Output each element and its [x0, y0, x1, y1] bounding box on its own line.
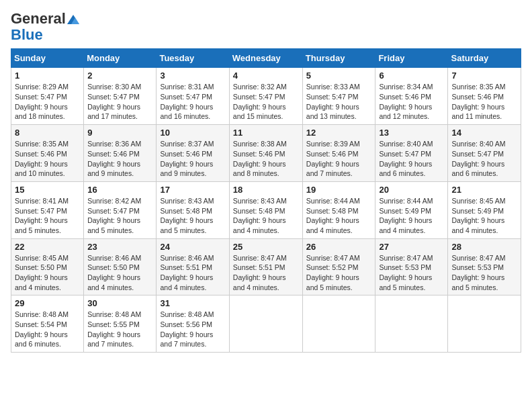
day-number: 22 [15, 242, 80, 252]
day-info: Sunrise: 8:40 AMSunset: 5:47 PMDaylight:… [451, 139, 517, 179]
calendar-week-row: 15 Sunrise: 8:41 AMSunset: 5:47 PMDaylig… [11, 181, 521, 238]
day-header-saturday: Saturday [448, 49, 521, 68]
calendar-cell: 20 Sunrise: 8:44 AMSunset: 5:49 PMDaylig… [375, 181, 448, 238]
day-info: Sunrise: 8:47 AMSunset: 5:53 PMDaylight:… [379, 253, 444, 293]
day-number: 14 [451, 128, 517, 138]
calendar-cell: 8 Sunrise: 8:35 AMSunset: 5:46 PMDayligh… [11, 125, 84, 182]
day-number: 25 [233, 242, 299, 252]
day-info: Sunrise: 8:31 AMSunset: 5:47 PMDaylight:… [160, 82, 225, 122]
calendar-cell: 18 Sunrise: 8:43 AMSunset: 5:48 PMDaylig… [229, 181, 302, 238]
calendar-week-row: 22 Sunrise: 8:45 AMSunset: 5:50 PMDaylig… [11, 238, 521, 295]
day-number: 26 [306, 242, 372, 252]
day-number: 28 [451, 242, 517, 252]
day-number: 11 [233, 128, 299, 138]
day-header-friday: Friday [375, 49, 448, 68]
calendar-cell: 27 Sunrise: 8:47 AMSunset: 5:53 PMDaylig… [375, 238, 448, 295]
day-info: Sunrise: 8:39 AMSunset: 5:46 PMDaylight:… [306, 139, 372, 179]
day-number: 12 [306, 128, 372, 138]
day-info: Sunrise: 8:34 AMSunset: 5:46 PMDaylight:… [379, 82, 444, 122]
calendar-cell: 5 Sunrise: 8:33 AMSunset: 5:47 PMDayligh… [302, 68, 375, 125]
calendar-cell: 9 Sunrise: 8:36 AMSunset: 5:46 PMDayligh… [84, 125, 157, 182]
logo-blue: Blue [11, 26, 43, 43]
calendar-cell [375, 295, 448, 353]
day-info: Sunrise: 8:48 AMSunset: 5:56 PMDaylight:… [160, 310, 225, 349]
calendar-cell: 26 Sunrise: 8:47 AMSunset: 5:52 PMDaylig… [302, 238, 375, 295]
day-header-tuesday: Tuesday [157, 49, 229, 68]
day-number: 9 [87, 128, 152, 138]
day-info: Sunrise: 8:40 AMSunset: 5:47 PMDaylight:… [379, 139, 444, 179]
calendar-cell: 13 Sunrise: 8:40 AMSunset: 5:47 PMDaylig… [375, 125, 448, 182]
calendar-cell: 30 Sunrise: 8:48 AMSunset: 5:55 PMDaylig… [84, 295, 157, 353]
calendar-cell: 25 Sunrise: 8:47 AMSunset: 5:51 PMDaylig… [229, 238, 302, 295]
day-number: 19 [306, 185, 372, 195]
day-info: Sunrise: 8:42 AMSunset: 5:47 PMDaylight:… [87, 196, 152, 236]
day-info: Sunrise: 8:46 AMSunset: 5:50 PMDaylight:… [87, 253, 152, 293]
day-info: Sunrise: 8:47 AMSunset: 5:52 PMDaylight:… [306, 253, 372, 293]
day-info: Sunrise: 8:46 AMSunset: 5:51 PMDaylight:… [160, 253, 225, 293]
day-number: 6 [379, 71, 444, 81]
calendar-cell: 14 Sunrise: 8:40 AMSunset: 5:47 PMDaylig… [448, 125, 521, 182]
day-header-thursday: Thursday [302, 49, 375, 68]
calendar-cell: 17 Sunrise: 8:43 AMSunset: 5:48 PMDaylig… [157, 181, 229, 238]
day-info: Sunrise: 8:47 AMSunset: 5:51 PMDaylight:… [233, 253, 299, 293]
day-info: Sunrise: 8:29 AMSunset: 5:47 PMDaylight:… [15, 82, 80, 122]
calendar-week-row: 29 Sunrise: 8:48 AMSunset: 5:54 PMDaylig… [11, 295, 521, 353]
day-number: 10 [160, 128, 225, 138]
day-info: Sunrise: 8:38 AMSunset: 5:46 PMDaylight:… [233, 139, 299, 179]
day-number: 3 [160, 71, 225, 81]
day-number: 30 [87, 298, 152, 308]
calendar-header-row: SundayMondayTuesdayWednesdayThursdayFrid… [11, 49, 521, 68]
day-number: 7 [451, 71, 517, 81]
day-number: 13 [379, 128, 444, 138]
day-number: 16 [87, 185, 152, 195]
calendar-cell: 28 Sunrise: 8:47 AMSunset: 5:53 PMDaylig… [448, 238, 521, 295]
calendar-cell: 19 Sunrise: 8:44 AMSunset: 5:48 PMDaylig… [302, 181, 375, 238]
day-info: Sunrise: 8:47 AMSunset: 5:53 PMDaylight:… [451, 253, 517, 293]
calendar-cell: 6 Sunrise: 8:34 AMSunset: 5:46 PMDayligh… [375, 68, 448, 125]
day-info: Sunrise: 8:45 AMSunset: 5:50 PMDaylight:… [15, 253, 80, 293]
day-number: 29 [15, 298, 80, 308]
calendar-cell: 23 Sunrise: 8:46 AMSunset: 5:50 PMDaylig… [84, 238, 157, 295]
calendar-cell: 11 Sunrise: 8:38 AMSunset: 5:46 PMDaylig… [229, 125, 302, 182]
calendar-cell: 4 Sunrise: 8:32 AMSunset: 5:47 PMDayligh… [229, 68, 302, 125]
day-info: Sunrise: 8:43 AMSunset: 5:48 PMDaylight:… [233, 196, 299, 236]
calendar-cell: 24 Sunrise: 8:46 AMSunset: 5:51 PMDaylig… [157, 238, 229, 295]
calendar-cell: 21 Sunrise: 8:45 AMSunset: 5:49 PMDaylig… [448, 181, 521, 238]
calendar-cell: 7 Sunrise: 8:35 AMSunset: 5:46 PMDayligh… [448, 68, 521, 125]
logo-general: General [11, 10, 66, 27]
day-number: 17 [160, 185, 225, 195]
day-header-sunday: Sunday [11, 49, 84, 68]
day-number: 15 [15, 185, 80, 195]
logo: General Blue [11, 11, 79, 43]
day-info: Sunrise: 8:37 AMSunset: 5:46 PMDaylight:… [160, 139, 225, 179]
calendar-cell [448, 295, 521, 353]
day-info: Sunrise: 8:36 AMSunset: 5:46 PMDaylight:… [87, 139, 152, 179]
day-number: 8 [15, 128, 80, 138]
day-number: 2 [87, 71, 152, 81]
day-header-monday: Monday [84, 49, 157, 68]
day-number: 24 [160, 242, 225, 252]
day-info: Sunrise: 8:41 AMSunset: 5:47 PMDaylight:… [15, 196, 80, 236]
day-info: Sunrise: 8:32 AMSunset: 5:47 PMDaylight:… [233, 82, 299, 122]
calendar-cell: 31 Sunrise: 8:48 AMSunset: 5:56 PMDaylig… [157, 295, 229, 353]
day-number: 31 [160, 298, 225, 308]
day-info: Sunrise: 8:33 AMSunset: 5:47 PMDaylight:… [306, 82, 372, 122]
day-number: 1 [15, 71, 80, 81]
day-number: 5 [306, 71, 372, 81]
day-number: 21 [451, 185, 517, 195]
day-info: Sunrise: 8:43 AMSunset: 5:48 PMDaylight:… [160, 196, 225, 236]
calendar-week-row: 1 Sunrise: 8:29 AMSunset: 5:47 PMDayligh… [11, 68, 521, 125]
calendar-cell [302, 295, 375, 353]
day-info: Sunrise: 8:48 AMSunset: 5:54 PMDaylight:… [15, 310, 80, 349]
day-info: Sunrise: 8:45 AMSunset: 5:49 PMDaylight:… [451, 196, 517, 236]
header: General Blue [11, 11, 521, 43]
day-info: Sunrise: 8:44 AMSunset: 5:49 PMDaylight:… [379, 196, 444, 236]
day-info: Sunrise: 8:48 AMSunset: 5:55 PMDaylight:… [87, 310, 152, 349]
calendar-cell: 10 Sunrise: 8:37 AMSunset: 5:46 PMDaylig… [157, 125, 229, 182]
calendar-cell: 29 Sunrise: 8:48 AMSunset: 5:54 PMDaylig… [11, 295, 84, 353]
calendar-cell: 1 Sunrise: 8:29 AMSunset: 5:47 PMDayligh… [11, 68, 84, 125]
day-number: 20 [379, 185, 444, 195]
day-info: Sunrise: 8:35 AMSunset: 5:46 PMDaylight:… [15, 139, 80, 179]
calendar-cell: 15 Sunrise: 8:41 AMSunset: 5:47 PMDaylig… [11, 181, 84, 238]
day-info: Sunrise: 8:35 AMSunset: 5:46 PMDaylight:… [451, 82, 517, 122]
